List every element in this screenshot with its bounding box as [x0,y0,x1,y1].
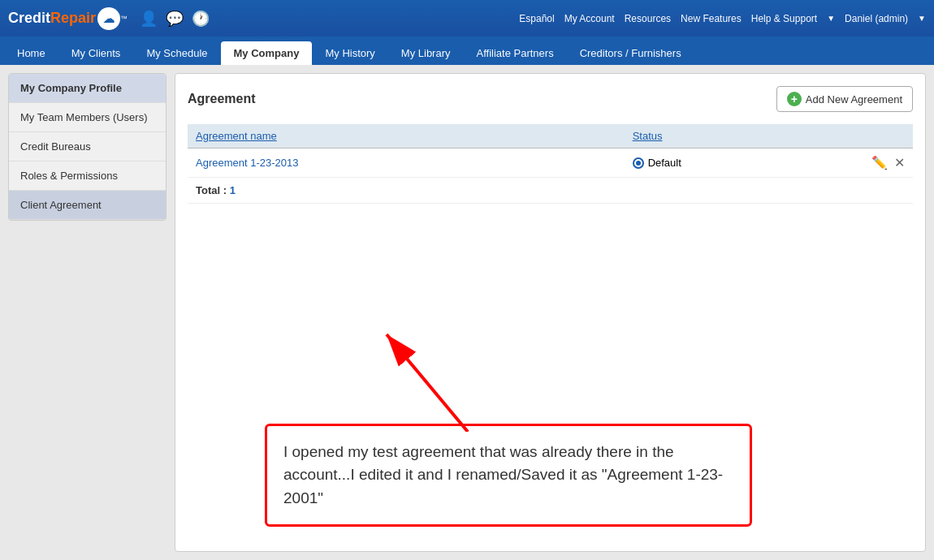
sidebar-item-company-profile[interactable]: My Company Profile [9,74,166,103]
annotation-arrow [362,318,492,432]
agreement-name-link[interactable]: Agreement 1-23-2013 [196,157,298,169]
user-menu-arrow: ▼ [918,14,926,23]
my-account-link[interactable]: My Account [564,13,615,24]
help-support-arrow: ▼ [827,14,835,23]
svg-line-1 [387,334,468,432]
plus-icon: + [787,92,802,106]
add-new-agreement-button[interactable]: + Add New Agreement [776,86,913,112]
table-row: Agreement 1-23-2013 Default ✏️ [188,149,913,178]
sidebar-item-client-agreement[interactable]: Client Agreement [9,191,166,220]
logo-trademark: ™ [120,15,128,23]
chat-icon[interactable]: 💬 [166,10,184,28]
radio-default[interactable] [633,157,644,169]
annotation-text: I opened my test agreement that was alre… [283,443,723,506]
annotation-container: I opened my test agreement that was alre… [265,424,752,528]
delete-icon[interactable]: ✕ [894,155,905,170]
tab-home[interactable]: Home [4,41,58,65]
col-agreement-name[interactable]: Agreement name [188,124,625,149]
help-support-link[interactable]: Help & Support [751,13,817,24]
main-content: My Company Profile My Team Members (User… [0,65,934,560]
col-status[interactable]: Status [625,124,863,149]
tab-my-company[interactable]: My Company [221,41,313,65]
users-icon[interactable]: 👤 [140,10,158,28]
add-button-label: Add New Agreement [806,93,902,106]
tab-my-library[interactable]: My Library [388,41,464,65]
edit-icon[interactable]: ✏️ [871,155,888,170]
espanol-link[interactable]: Español [519,13,554,24]
tab-affiliate-partners[interactable]: Affiliate Partners [464,41,567,65]
logo-repair: Repair [50,10,96,26]
tab-my-schedule[interactable]: My Schedule [133,41,220,65]
tab-creditors-furnishers[interactable]: Creditors / Furnishers [567,41,694,65]
top-bar: CreditRepair ☁ ™ 👤 💬 🕐 Español My Accoun… [0,0,934,37]
clock-icon[interactable]: 🕐 [192,10,210,28]
sidebar: My Company Profile My Team Members (User… [8,73,166,221]
panel-title: Agreement [188,92,256,106]
new-features-link[interactable]: New Features [681,13,742,24]
panel-header: Agreement + Add New Agreement [188,86,913,112]
tab-my-history[interactable]: My History [312,41,387,65]
sidebar-item-credit-bureaus[interactable]: Credit Bureaus [9,132,166,162]
resources-link[interactable]: Resources [625,13,671,24]
action-icons: ✏️ ✕ [871,155,905,170]
status-label: Default [648,157,681,169]
right-panel: Agreement + Add New Agreement Agreement … [175,73,926,552]
status-cell: Default [633,157,855,169]
annotation-box: I opened my test agreement that was alre… [265,424,752,528]
logo-credit: Credit [8,10,50,26]
top-nav: Español My Account Resources New Feature… [519,13,926,24]
total-label: Total : [196,184,227,196]
sidebar-item-roles-permissions[interactable]: Roles & Permissions [9,162,166,191]
radio-dot-inner [636,161,641,166]
user-menu-link[interactable]: Daniel (admin) [845,13,908,24]
total-count: 1 [230,184,236,196]
total-row: Total : 1 [188,178,913,204]
agreement-table: Agreement name Status Agreement 1-23-201… [188,124,913,204]
sidebar-item-team-members[interactable]: My Team Members (Users) [9,103,166,132]
nav-tabs: Home My Clients My Schedule My Company M… [0,37,934,65]
logo: CreditRepair ☁ ™ [8,7,128,30]
top-icons: 👤 💬 🕐 [140,10,210,28]
tab-my-clients[interactable]: My Clients [58,41,134,65]
logo-cloud: ☁ [97,7,120,30]
